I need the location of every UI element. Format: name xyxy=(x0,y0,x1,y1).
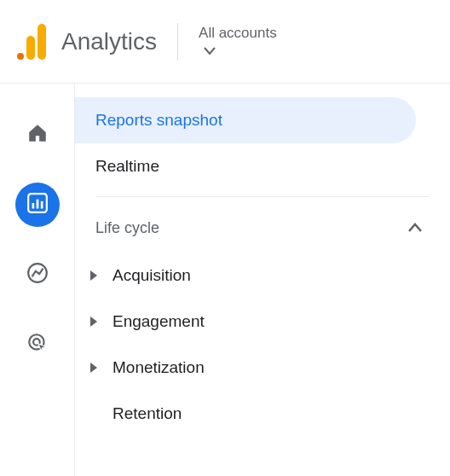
app-title: Analytics xyxy=(61,28,157,55)
section-title: Life cycle xyxy=(95,219,159,237)
subnav-engagement[interactable]: Engagement xyxy=(75,299,450,345)
svg-rect-2 xyxy=(36,200,38,209)
svg-rect-3 xyxy=(40,201,43,209)
main-area: Reports snapshot Realtime Life cycle Acq… xyxy=(0,84,450,476)
subnav-retention[interactable]: Retention xyxy=(75,391,450,437)
nav-item-label: Reports snapshot xyxy=(95,111,222,130)
subnav-label: Monetization xyxy=(112,358,205,377)
nav-reports-snapshot[interactable]: Reports snapshot xyxy=(75,97,416,143)
account-picker[interactable]: All accounts xyxy=(199,25,277,59)
nav-panel: Reports snapshot Realtime Life cycle Acq… xyxy=(75,84,450,476)
expand-right-icon xyxy=(90,270,97,281)
subnav-label: Retention xyxy=(112,404,182,423)
nav-realtime[interactable]: Realtime xyxy=(75,143,450,189)
spacer xyxy=(90,409,97,419)
subnav-label: Acquisition xyxy=(112,266,191,285)
chevron-down-icon xyxy=(204,44,216,59)
nav-divider xyxy=(95,196,430,197)
expand-right-icon xyxy=(90,316,97,327)
rail-home[interactable] xyxy=(15,113,60,157)
home-icon xyxy=(26,122,49,148)
subnav-label: Engagement xyxy=(112,312,205,331)
expand-right-icon xyxy=(90,363,97,373)
icon-rail xyxy=(0,84,75,476)
chevron-up-icon xyxy=(407,219,423,237)
nav-item-label: Realtime xyxy=(95,157,159,176)
subnav-monetization[interactable]: Monetization xyxy=(75,345,450,391)
explore-icon xyxy=(26,262,49,287)
analytics-logo-icon xyxy=(17,24,46,60)
app-header: Analytics All accounts xyxy=(0,0,450,84)
svg-rect-1 xyxy=(32,203,34,209)
account-picker-label: All accounts xyxy=(199,25,277,42)
bar-chart-icon xyxy=(26,192,49,218)
rail-reports[interactable] xyxy=(15,183,60,227)
rail-advertising[interactable] xyxy=(15,322,60,367)
section-life-cycle[interactable]: Life cycle xyxy=(75,204,450,253)
target-click-icon xyxy=(26,332,49,357)
rail-explore[interactable] xyxy=(15,253,60,297)
logo-section: Analytics xyxy=(17,24,157,60)
header-divider xyxy=(177,23,178,61)
subnav-acquisition[interactable]: Acquisition xyxy=(75,253,450,299)
